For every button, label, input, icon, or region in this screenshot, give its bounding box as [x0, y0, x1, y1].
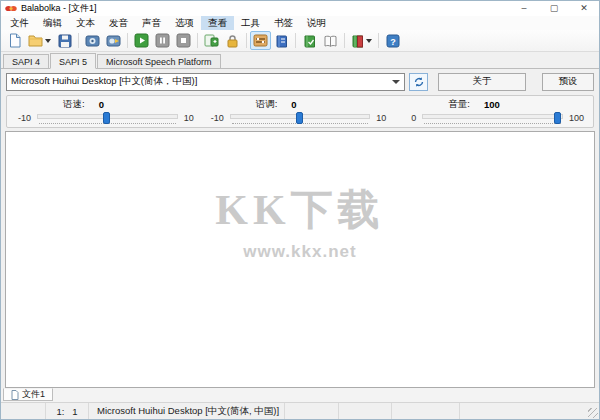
- rate-max: 10: [178, 113, 200, 123]
- rate-value: 0: [99, 99, 104, 110]
- menu-bar: 文件 编辑 文本 发音 声音 选项 查看 工具 书签 说明: [1, 16, 599, 30]
- status-cell-empty: [339, 403, 392, 419]
- tab-ms-speech-platform[interactable]: Microsoft Speech Platform: [97, 54, 221, 68]
- maximize-icon[interactable]: ▢: [539, 1, 569, 16]
- rate-label: 语速:: [63, 98, 85, 111]
- status-cell-fill: [460, 403, 599, 419]
- pitch-min: -10: [208, 113, 230, 123]
- open-file-dropdown-icon: [45, 39, 51, 43]
- menu-help[interactable]: 说明: [300, 16, 333, 30]
- document-icon: [11, 390, 19, 400]
- lock-icon: [226, 34, 239, 48]
- menu-tools[interactable]: 工具: [234, 16, 267, 30]
- window-title: Balabolka - [文件1]: [21, 2, 509, 15]
- menu-bookmarks[interactable]: 书签: [267, 16, 300, 30]
- menu-options[interactable]: 选项: [168, 16, 201, 30]
- volume-min: 0: [400, 113, 422, 123]
- app-icon: [5, 3, 17, 14]
- watermark-title: KK下载: [6, 182, 594, 238]
- doc-tab-label: 文件1: [22, 388, 45, 401]
- voice-select-value: Microsoft Huihui Desktop [中文(简体，中国)]: [11, 75, 388, 88]
- close-icon[interactable]: ✕: [569, 1, 599, 16]
- convert-audio-icon: [106, 34, 121, 47]
- rate-min: -10: [15, 113, 37, 123]
- open-book-button[interactable]: [320, 31, 341, 50]
- tab-sapi4[interactable]: SAPI 4: [3, 54, 49, 68]
- dictionary-icon: [275, 34, 288, 48]
- doc-tab-file1[interactable]: 文件1: [3, 388, 53, 401]
- speak-clipboard-icon: [204, 34, 219, 47]
- volume-value: 100: [484, 99, 500, 110]
- pitch-max: 10: [370, 113, 392, 123]
- volume-max: 100: [563, 113, 585, 123]
- save-file-icon: [58, 34, 72, 48]
- volume-slider-thumb[interactable]: [554, 112, 561, 124]
- work-area: SAPI 4 SAPI 5 Microsoft Speech Platform …: [1, 52, 599, 419]
- chevron-down-icon: [392, 80, 400, 84]
- stop-icon: [176, 33, 191, 48]
- pitch-slider-thumb[interactable]: [296, 112, 303, 124]
- title-bar[interactable]: Balabolka - [文件1] – ▢ ✕: [1, 1, 599, 16]
- presets-button[interactable]: 预设: [542, 73, 594, 91]
- pitch-value: 0: [291, 99, 296, 110]
- pitch-slider-block: 语调: 0 -10 10: [204, 98, 397, 125]
- minimize-icon[interactable]: –: [509, 1, 539, 16]
- pitch-label: 语调:: [256, 98, 278, 111]
- rate-slider-thumb[interactable]: [103, 112, 110, 124]
- about-voice-button[interactable]: 关于: [438, 73, 526, 91]
- toolbar: ?: [1, 30, 599, 52]
- spellcheck-book-icon: [303, 34, 316, 48]
- refresh-icon: [413, 76, 425, 88]
- voice-row: Microsoft Huihui Desktop [中文(简体，中国)] 关于 …: [6, 72, 594, 91]
- spellcheck-book-button[interactable]: [299, 31, 320, 50]
- new-file-button[interactable]: [4, 31, 25, 50]
- menu-edit[interactable]: 编辑: [36, 16, 69, 30]
- voice-panel-toggle-button[interactable]: [250, 31, 271, 50]
- status-cell-empty: [285, 403, 339, 419]
- save-file-button[interactable]: [54, 31, 75, 50]
- menu-pronounce[interactable]: 发音: [102, 16, 135, 30]
- rate-slider-block: 语速: 0 -10 10: [11, 98, 204, 125]
- translation-book-button[interactable]: [348, 31, 375, 50]
- tab-sapi5[interactable]: SAPI 5: [50, 53, 96, 69]
- play-button[interactable]: [131, 31, 152, 50]
- status-voice: Microsoft Huihui Desktop [中文(简体, 中国)]: [89, 403, 285, 419]
- stop-button[interactable]: [173, 31, 194, 50]
- open-file-icon: [28, 34, 43, 47]
- save-audio-icon: [85, 34, 100, 47]
- pause-button[interactable]: [152, 31, 173, 50]
- menu-sound[interactable]: 声音: [135, 16, 168, 30]
- svg-text:?: ?: [390, 36, 396, 46]
- help-button[interactable]: ?: [382, 31, 403, 50]
- status-cell-empty: [1, 403, 46, 419]
- resize-grip[interactable]: [588, 408, 598, 418]
- status-bar: 1: 1 Microsoft Huihui Desktop [中文(简体, 中国…: [1, 402, 599, 419]
- help-icon: ?: [386, 34, 400, 48]
- text-editor[interactable]: KK下载 www.kkx.net: [5, 131, 595, 388]
- menu-text[interactable]: 文本: [69, 16, 102, 30]
- speak-clipboard-button[interactable]: [201, 31, 222, 50]
- status-line-col: 1: 1: [46, 403, 89, 419]
- volume-slider[interactable]: [422, 112, 563, 125]
- menu-file[interactable]: 文件: [3, 16, 36, 30]
- voice-engine-tabs: SAPI 4 SAPI 5 Microsoft Speech Platform: [1, 53, 599, 69]
- lock-button[interactable]: [222, 31, 243, 50]
- refresh-voices-button[interactable]: [409, 73, 428, 91]
- open-file-button[interactable]: [25, 31, 54, 50]
- translation-dropdown-icon: [366, 39, 372, 43]
- voice-parameters-panel: 语速: 0 -10 10 语调: 0: [6, 95, 594, 128]
- pause-icon: [155, 33, 170, 48]
- balabolka-window: Balabolka - [文件1] – ▢ ✕ 文件 编辑 文本 发音 声音 选…: [0, 0, 600, 420]
- convert-audio-button[interactable]: [103, 31, 124, 50]
- menu-view[interactable]: 查看: [201, 16, 234, 30]
- volume-label: 音量:: [448, 98, 470, 111]
- pitch-slider[interactable]: [230, 112, 371, 125]
- open-book-icon: [323, 35, 338, 47]
- voice-select[interactable]: Microsoft Huihui Desktop [中文(简体，中国)]: [6, 73, 405, 91]
- save-audio-button[interactable]: [82, 31, 103, 50]
- volume-slider-block: 音量: 100 0 100: [396, 98, 589, 125]
- dictionary-button[interactable]: [271, 31, 292, 50]
- watermark-url: www.kkx.net: [6, 242, 594, 262]
- play-icon: [134, 33, 149, 48]
- rate-slider[interactable]: [37, 112, 178, 125]
